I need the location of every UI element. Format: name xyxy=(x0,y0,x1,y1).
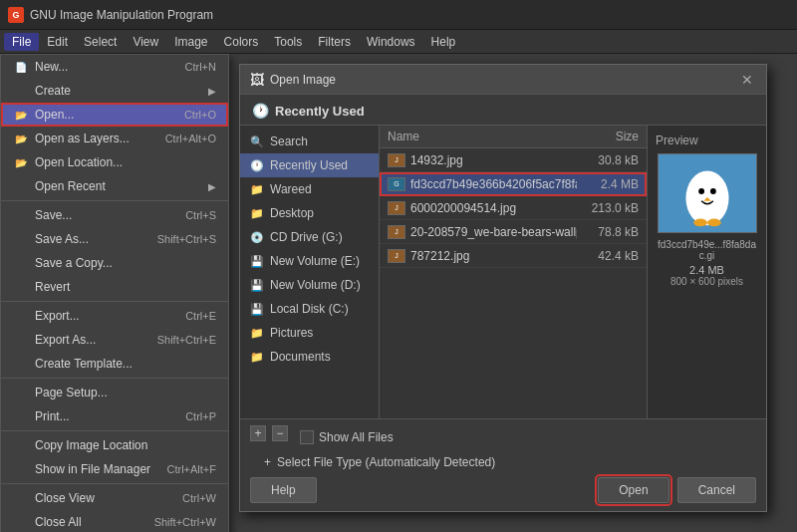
menu-item-save[interactable]: Save... Ctrl+S xyxy=(1,203,228,227)
menu-tools[interactable]: Tools xyxy=(266,33,310,51)
footer-options: + − Show All Files xyxy=(250,425,756,449)
menu-item-export-as-shortcut: Shift+Ctrl+E xyxy=(157,334,216,346)
menu-select[interactable]: Select xyxy=(76,33,125,51)
menu-item-save-as-shortcut: Shift+Ctrl+S xyxy=(157,233,216,245)
file-size-3: 78.8 kB xyxy=(577,225,647,239)
menu-item-export[interactable]: Export... Ctrl+E xyxy=(1,304,228,328)
place-documents[interactable]: 📁 Documents xyxy=(240,345,379,369)
menu-filters[interactable]: Filters xyxy=(310,33,359,51)
menu-item-close-view[interactable]: Close View Ctrl+W xyxy=(1,486,228,510)
remove-bookmark-button[interactable]: − xyxy=(272,425,288,441)
app-icon: G xyxy=(8,7,24,23)
file-row-0[interactable]: J 14932.jpg 30.8 kB xyxy=(380,148,647,172)
menu-item-show-file-manager-shortcut: Ctrl+Alt+F xyxy=(166,463,216,475)
menu-item-save-as[interactable]: Save As... Shift+Ctrl+S xyxy=(1,227,228,251)
dialog-buttons: Help Open Cancel xyxy=(250,477,756,505)
footer-add-remove: + − xyxy=(250,425,288,441)
place-desktop[interactable]: 📁 Desktop xyxy=(240,201,379,225)
svg-point-2 xyxy=(698,188,704,194)
separator-3 xyxy=(1,378,228,379)
file-size-0: 30.8 kB xyxy=(577,153,647,167)
menu-item-show-file-manager-label: Show in File Manager xyxy=(35,462,150,476)
cancel-button[interactable]: Cancel xyxy=(677,477,756,503)
open-button[interactable]: Open xyxy=(598,477,668,503)
menu-item-open-layers[interactable]: 📂 Open as Layers... Ctrl+Alt+O xyxy=(1,127,228,150)
menu-item-copy-location[interactable]: Copy Image Location xyxy=(1,433,228,457)
dialog-footer: + − Show All Files + Select File Type (A… xyxy=(240,418,766,511)
menu-item-export-as[interactable]: Export As... Shift+Ctrl+E xyxy=(1,328,228,352)
file-row-2[interactable]: J 6000200094514.jpg 213.0 kB xyxy=(380,196,647,220)
menu-item-revert[interactable]: Revert xyxy=(1,275,228,299)
place-volume-e[interactable]: 💾 New Volume (E:) xyxy=(240,249,379,273)
menu-view[interactable]: View xyxy=(125,33,166,51)
open-layers-icon: 📂 xyxy=(13,131,29,146)
dialog-titlebar: 🖼 Open Image ✕ xyxy=(240,65,766,95)
place-local-disk-c-label: Local Disk (C:) xyxy=(270,302,349,316)
menu-item-copy-location-label: Copy Image Location xyxy=(35,438,147,452)
menu-item-new[interactable]: 📄 New... Ctrl+N xyxy=(1,55,228,79)
menu-help[interactable]: Help xyxy=(423,33,464,51)
menu-windows[interactable]: Windows xyxy=(359,33,423,51)
menu-item-close-all-label: Close All xyxy=(35,515,82,529)
menu-edit[interactable]: Edit xyxy=(39,33,76,51)
preview-image xyxy=(658,153,757,233)
help-button[interactable]: Help xyxy=(250,477,317,503)
print-icon xyxy=(13,408,29,424)
menu-item-page-setup[interactable]: Page Setup... xyxy=(1,381,228,404)
menu-item-revert-label: Revert xyxy=(35,280,70,294)
add-bookmark-button[interactable]: + xyxy=(250,425,266,441)
menu-item-close-view-shortcut: Ctrl+W xyxy=(182,492,216,504)
desktop-place-icon: 📁 xyxy=(250,206,264,220)
preview-dimensions: 800 × 600 pixels xyxy=(670,276,743,287)
plus-icon: + xyxy=(264,455,271,469)
menu-item-open-location[interactable]: 📂 Open Location... xyxy=(1,150,228,174)
menu-item-export-label: Export... xyxy=(35,309,80,323)
menu-item-open-recent[interactable]: Open Recent ▶ xyxy=(1,174,228,198)
show-all-files-checkbox[interactable] xyxy=(300,430,314,444)
menu-item-save-shortcut: Ctrl+S xyxy=(185,209,216,221)
pictures-place-icon: 📁 xyxy=(250,326,264,340)
menu-image[interactable]: Image xyxy=(166,33,215,51)
menu-item-save-copy[interactable]: Save a Copy... xyxy=(1,251,228,275)
place-wareed[interactable]: 📁 Wareed xyxy=(240,177,379,201)
volume-d-place-icon: 💾 xyxy=(250,278,264,292)
show-all-files-label: Show All Files xyxy=(319,430,394,444)
filetype-row: + Select File Type (Automatically Detect… xyxy=(250,455,756,469)
dialog-close-button[interactable]: ✕ xyxy=(738,71,756,89)
place-pictures[interactable]: 📁 Pictures xyxy=(240,321,379,345)
file-thumb-2: J xyxy=(388,201,405,215)
menu-item-create[interactable]: Create ▶ xyxy=(1,79,228,103)
file-name-0: J 14932.jpg xyxy=(380,153,577,167)
dialog-body: 🔍 Search 🕐 Recently Used 📁 Wareed 📁 Desk… xyxy=(240,126,766,418)
preview-panel: Preview xyxy=(647,126,766,418)
file-row-4[interactable]: J 787212.jpg 42.4 kB xyxy=(380,244,647,268)
file-list-header: Name Size xyxy=(380,126,647,148)
page-setup-icon xyxy=(13,385,29,400)
place-recently-used-label: Recently Used xyxy=(270,158,348,172)
menu-file[interactable]: File xyxy=(4,33,39,51)
menu-item-new-shortcut: Ctrl+N xyxy=(185,61,216,73)
place-search[interactable]: 🔍 Search xyxy=(240,130,379,153)
menu-item-show-file-manager[interactable]: Show in File Manager Ctrl+Alt+F xyxy=(1,457,228,481)
menu-item-open-layers-shortcut: Ctrl+Alt+O xyxy=(165,133,216,144)
menu-item-open[interactable]: 📂 Open... Ctrl+O xyxy=(1,103,228,127)
menu-item-print[interactable]: Print... Ctrl+P xyxy=(1,404,228,428)
file-row-3[interactable]: J 20-208579_we-bare-bears-wallpaper-fre.… xyxy=(380,220,647,244)
recently-used-place-icon: 🕐 xyxy=(250,158,264,172)
separator-1 xyxy=(1,200,228,201)
file-thumb-3: J xyxy=(388,225,405,239)
place-volume-d[interactable]: 💾 New Volume (D:) xyxy=(240,273,379,297)
menu-item-close-view-label: Close View xyxy=(35,491,95,505)
place-recently-used[interactable]: 🕐 Recently Used xyxy=(240,153,379,177)
svg-point-3 xyxy=(709,188,715,194)
file-size-4: 42.4 kB xyxy=(577,249,647,263)
place-cd-drive[interactable]: 💿 CD Drive (G:) xyxy=(240,225,379,249)
separator-5 xyxy=(1,483,228,484)
place-local-disk-c[interactable]: 💾 Local Disk (C:) xyxy=(240,297,379,321)
dialog-action-buttons: Open Cancel xyxy=(598,477,756,503)
file-row-1[interactable]: G fd3ccd7b49e366b4206f5ac7f8fa8dac.gif 2… xyxy=(380,172,647,196)
menu-item-close-all[interactable]: Close All Shift+Ctrl+W xyxy=(1,510,228,532)
menu-item-create-template[interactable]: Create Template... xyxy=(1,352,228,376)
place-pictures-label: Pictures xyxy=(270,326,313,340)
menu-colors[interactable]: Colors xyxy=(216,33,267,51)
